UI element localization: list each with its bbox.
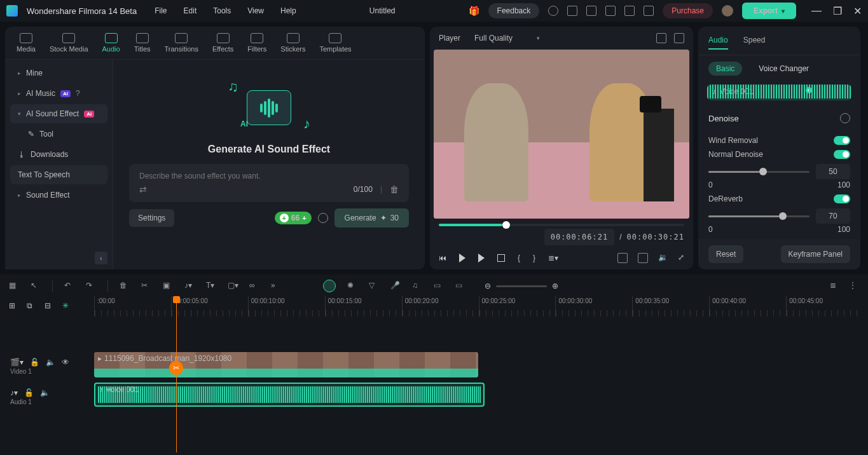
menu-view[interactable]: View xyxy=(247,6,264,15)
keyframe-panel-button[interactable]: Keyframe Panel xyxy=(781,245,850,263)
tab-speed[interactable]: Speed xyxy=(743,32,766,50)
gift-icon[interactable]: 🎁 xyxy=(469,6,479,16)
menu-help[interactable]: Help xyxy=(280,6,296,15)
generate-button[interactable]: Generate✦30 xyxy=(334,208,409,228)
sidebar-item-tts[interactable]: Text To Speech xyxy=(10,165,107,184)
play-forward-icon[interactable] xyxy=(478,254,485,262)
frame-icon[interactable]: ▭ xyxy=(434,281,444,291)
snapshot-icon[interactable] xyxy=(638,253,648,263)
cloud-icon[interactable] xyxy=(605,6,616,16)
redo-icon[interactable]: ↷ xyxy=(86,281,96,291)
tab-filters[interactable]: Filters xyxy=(247,33,266,53)
shuffle-icon[interactable]: ⇄ xyxy=(139,184,147,194)
sidebar-item-tool[interactable]: ✎Tool xyxy=(10,125,107,144)
cc-icon[interactable]: ▢▾ xyxy=(228,281,238,291)
playhead[interactable]: ✂ xyxy=(176,300,177,452)
subtab-voice-changer[interactable]: Voice Changer xyxy=(751,62,816,76)
headphones-icon[interactable] xyxy=(624,6,635,16)
list-icon[interactable]: ≣▾ xyxy=(548,254,558,262)
split-icon[interactable]: ✂ xyxy=(141,281,151,291)
crop-icon[interactable]: ▣ xyxy=(163,281,173,291)
credits-badge[interactable]: 66 xyxy=(275,212,312,224)
dereverb-slider[interactable] xyxy=(708,215,809,217)
refresh-icon[interactable] xyxy=(318,213,328,223)
prev-frame-icon[interactable]: ⏮ xyxy=(439,254,446,262)
link-tracks-icon[interactable]: ⧉ xyxy=(27,301,37,311)
playback-progress[interactable] xyxy=(439,224,684,226)
apps-icon[interactable] xyxy=(644,6,654,16)
time-ruler[interactable]: :00:0000:00:05:0000:00:10:0000:00:15:000… xyxy=(94,296,863,316)
grid-view-icon[interactable] xyxy=(656,33,666,43)
lock-icon[interactable]: 🔓 xyxy=(24,388,34,397)
tab-stock-media[interactable]: Stock Media xyxy=(50,33,88,53)
quality-selector[interactable]: Full Quality xyxy=(474,34,540,43)
pointer-icon[interactable]: ↖ xyxy=(31,281,41,291)
clip-waveform-preview[interactable]: ♪Voice 001 xyxy=(707,85,851,100)
tab-stickers[interactable]: Stickers xyxy=(280,33,305,53)
mark-in-icon[interactable]: { xyxy=(518,254,520,262)
audio-clip[interactable]: ♪Voice 001 xyxy=(94,383,485,407)
reset-denoise-icon[interactable] xyxy=(840,113,850,123)
subtab-basic[interactable]: Basic xyxy=(708,62,742,76)
stop-icon[interactable] xyxy=(497,254,505,262)
overflow-icon[interactable]: ⋮ xyxy=(849,281,859,291)
split-at-playhead-icon[interactable]: ✂ xyxy=(169,361,183,375)
tab-titles[interactable]: Titles xyxy=(134,33,151,53)
video-clip[interactable]: ▸1115096_Broadcast man_1920x1080 xyxy=(94,352,478,377)
tab-templates[interactable]: Templates xyxy=(319,33,351,53)
record-icon[interactable] xyxy=(548,6,558,16)
window-minimize-icon[interactable]: — xyxy=(811,5,822,17)
export-button[interactable]: Export xyxy=(742,3,796,19)
lock-icon[interactable]: 🔓 xyxy=(30,358,39,367)
gear-icon[interactable]: ✺ xyxy=(347,281,357,291)
tracklist-icon[interactable]: ≣ xyxy=(830,281,840,291)
save-icon[interactable] xyxy=(586,6,596,16)
window-maximize-icon[interactable]: ❐ xyxy=(833,5,842,17)
reset-button[interactable]: Reset xyxy=(708,245,743,263)
grid-icon[interactable]: ▦ xyxy=(9,281,19,291)
play-icon[interactable] xyxy=(459,254,465,262)
mixer-icon[interactable]: ♫ xyxy=(412,281,422,291)
menu-edit[interactable]: Edit xyxy=(184,6,197,15)
fullscreen-icon[interactable]: ⤢ xyxy=(678,253,684,263)
tab-audio[interactable]: Audio xyxy=(102,33,120,53)
zoom-out-icon[interactable]: ⊖ xyxy=(485,282,491,290)
zoom-in-icon[interactable]: ⊕ xyxy=(552,282,558,290)
marker-icon[interactable]: ▽ xyxy=(369,281,379,291)
link-icon[interactable]: ∞ xyxy=(249,281,259,291)
menu-tools[interactable]: Tools xyxy=(213,6,231,15)
normal-denoise-toggle[interactable] xyxy=(834,150,850,159)
tab-effects[interactable]: Effects xyxy=(212,33,233,53)
tab-media[interactable]: Media xyxy=(17,33,36,53)
user-avatar[interactable] xyxy=(722,5,733,17)
tab-transitions[interactable]: Transitions xyxy=(165,33,198,53)
sidebar-item-downloads[interactable]: ⭳Downloads xyxy=(10,145,107,164)
add-track-icon[interactable]: ⊞ xyxy=(9,301,19,311)
tab-audio-props[interactable]: Audio xyxy=(708,32,728,50)
sidebar-item-ai-music[interactable]: ▸AI MusicAI? xyxy=(10,84,107,103)
wind-removal-toggle[interactable] xyxy=(834,136,850,145)
sidebar-item-ai-sound-effect[interactable]: ▾AI Sound EffectAI xyxy=(10,104,107,123)
more-icon[interactable]: » xyxy=(271,281,281,291)
magnet-icon[interactable]: ⊟ xyxy=(45,301,55,311)
ai-assist-icon[interactable] xyxy=(323,280,336,292)
undo-icon[interactable]: ↶ xyxy=(64,281,74,291)
audio-track-icon[interactable]: ♪▾ xyxy=(10,388,18,397)
music-icon[interactable]: ♪▾ xyxy=(184,281,195,291)
dereverb-value[interactable]: 70 xyxy=(816,208,850,224)
window-close-icon[interactable]: ✕ xyxy=(853,5,862,17)
sidebar-item-mine[interactable]: ▸Mine xyxy=(10,64,107,83)
snap-icon[interactable]: ✳ xyxy=(62,301,72,311)
zoom-slider[interactable] xyxy=(496,285,547,287)
clear-icon[interactable]: 🗑 xyxy=(390,184,399,194)
display-icon[interactable] xyxy=(617,253,628,263)
mute-icon[interactable]: 🔈 xyxy=(46,358,55,367)
trash-icon[interactable]: 🗑 xyxy=(120,281,130,291)
purchase-button[interactable]: Purchase xyxy=(663,3,713,18)
text-icon[interactable]: T▾ xyxy=(206,281,216,291)
settings-button[interactable]: Settings xyxy=(129,209,174,227)
normal-denoise-slider[interactable] xyxy=(708,171,809,173)
image-icon[interactable] xyxy=(674,33,684,43)
mic-icon[interactable]: 🎤 xyxy=(390,281,401,291)
mark-out-icon[interactable]: } xyxy=(533,254,535,262)
